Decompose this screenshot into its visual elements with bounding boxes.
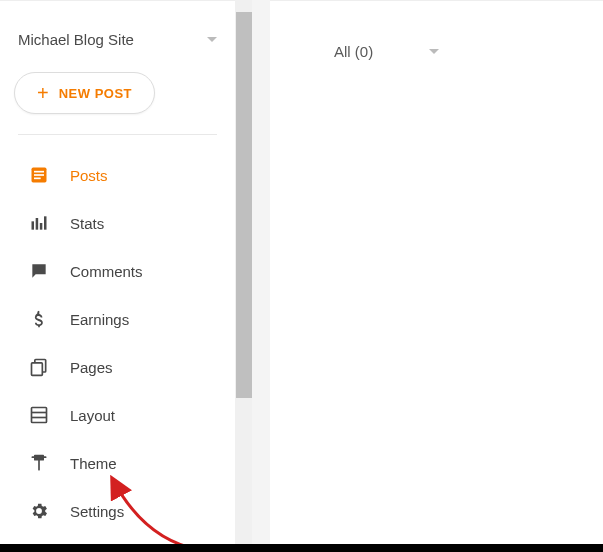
layout-icon: [28, 404, 50, 426]
svg-rect-4: [32, 221, 35, 229]
scrollbar-area: [235, 0, 270, 552]
gear-icon: [28, 500, 50, 522]
sidebar-item-comments[interactable]: Comments: [0, 247, 235, 295]
svg-rect-2: [34, 174, 44, 176]
plus-icon: +: [37, 83, 49, 103]
svg-rect-3: [34, 178, 41, 180]
svg-rect-5: [36, 218, 39, 230]
new-post-label: NEW POST: [59, 86, 132, 101]
blog-selector-dropdown[interactable]: Michael Blog Site: [0, 1, 235, 60]
theme-icon: [28, 452, 50, 474]
footer-bar: [0, 544, 603, 552]
main-content: All (0): [270, 0, 603, 552]
sidebar-item-settings[interactable]: Settings: [0, 487, 235, 535]
sidebar-item-label: Posts: [70, 167, 108, 184]
sidebar-item-label: Stats: [70, 215, 104, 232]
sidebar-item-label: Layout: [70, 407, 115, 424]
filter-label: All (0): [334, 43, 373, 60]
svg-rect-1: [34, 171, 44, 173]
sidebar-item-posts[interactable]: Posts: [0, 151, 235, 199]
scrollbar-track[interactable]: [236, 0, 252, 552]
earnings-icon: [28, 308, 50, 330]
posts-icon: [28, 164, 50, 186]
sidebar-item-label: Pages: [70, 359, 113, 376]
new-post-button[interactable]: + NEW POST: [14, 72, 155, 114]
svg-rect-9: [32, 363, 43, 376]
sidebar-item-pages[interactable]: Pages: [0, 343, 235, 391]
stats-icon: [28, 212, 50, 234]
caret-down-icon: [207, 37, 217, 42]
sidebar-item-label: Theme: [70, 455, 117, 472]
sidebar-item-theme[interactable]: Theme: [0, 439, 235, 487]
sidebar-item-label: Earnings: [70, 311, 129, 328]
sidebar-item-stats[interactable]: Stats: [0, 199, 235, 247]
sidebar-item-label: Settings: [70, 503, 124, 520]
sidebar: Michael Blog Site + NEW POST Posts Stats: [0, 0, 235, 552]
sidebar-item-earnings[interactable]: Earnings: [0, 295, 235, 343]
scrollbar-thumb[interactable]: [236, 12, 252, 398]
sidebar-item-layout[interactable]: Layout: [0, 391, 235, 439]
pages-icon: [28, 356, 50, 378]
divider: [18, 134, 217, 135]
blog-title: Michael Blog Site: [18, 31, 134, 48]
nav-list: Posts Stats Comments Earnings: [0, 145, 235, 535]
caret-down-icon: [429, 49, 439, 54]
sidebar-item-label: Comments: [70, 263, 143, 280]
svg-rect-10: [32, 408, 47, 423]
posts-filter-dropdown[interactable]: All (0): [294, 43, 579, 60]
svg-rect-6: [40, 223, 43, 230]
comments-icon: [28, 260, 50, 282]
svg-rect-7: [44, 216, 47, 229]
